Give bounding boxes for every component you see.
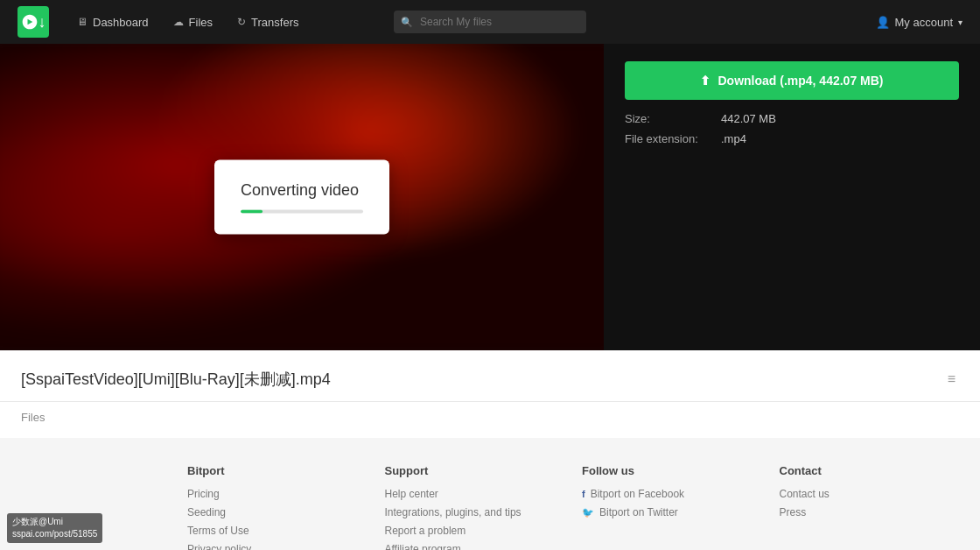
twitter-label: Bitport on Twitter (599, 506, 678, 518)
progress-track (241, 210, 363, 214)
footer-link-press[interactable]: Press (780, 506, 960, 518)
cloud-icon: ☁ (173, 16, 184, 28)
logo[interactable]: ↓ (18, 6, 49, 38)
extension-label: File extension: (625, 132, 721, 145)
video-sidebar: ⬆ Download (.mp4, 442.07 MB) Size: 442.0… (604, 44, 980, 163)
footer-link-affiliate[interactable]: Affiliate program (385, 543, 565, 550)
facebook-label: Bitport on Facebook (591, 488, 684, 500)
content-section: [SspaiTestVideo][Umi][Blu-Ray][未删减].mp4 … (0, 350, 980, 438)
footer-col-support: Support Help center Integrations, plugin… (385, 464, 565, 550)
watermark-line2: sspai.com/post/51855 (12, 528, 97, 540)
file-menu-button[interactable]: ≡ (944, 368, 959, 391)
footer: Bitport Pricing Seeding Terms of Use Pri… (0, 438, 980, 550)
footer-title-contact: Contact (780, 464, 960, 477)
size-value: 442.07 MB (721, 112, 776, 125)
search-icon: 🔍 (401, 17, 413, 28)
watermark-line1: 少数派@Umi (12, 516, 97, 528)
footer-link-report[interactable]: Report a problem (385, 525, 565, 537)
footer-title-bitport: Bitport (187, 464, 368, 477)
footer-col-social: Follow us f Bitport on Facebook 🐦 Bitpor… (582, 464, 762, 550)
file-title: [SspaiTestVideo][Umi][Blu-Ray][未删减].mp4 (21, 369, 331, 390)
file-meta: Size: 442.07 MB File extension: .mp4 (625, 112, 959, 145)
refresh-icon: ↻ (237, 16, 246, 28)
footer-link-privacy[interactable]: Privacy policy (187, 543, 368, 550)
footer-title-social: Follow us (582, 464, 762, 477)
footer-link-integrations[interactable]: Integrations, plugins, and tips (385, 506, 565, 518)
footer-link-contact-us[interactable]: Contact us (780, 488, 960, 500)
download-label: Download (.mp4, 442.07 MB) (718, 74, 883, 88)
footer-link-pricing[interactable]: Pricing (187, 488, 368, 500)
file-info-bar: [SspaiTestVideo][Umi][Blu-Ray][未删减].mp4 … (0, 350, 980, 402)
navbar: ↓ 🖥 Dashboard ☁ Files ↻ Transfers 🔍 👤 My… (0, 0, 980, 44)
twitter-icon: 🐦 (582, 507, 594, 518)
chevron-down-icon: ▾ (958, 18, 962, 27)
dashboard-icon: 🖥 (77, 16, 88, 28)
search-container: 🔍 (394, 11, 586, 33)
converting-title: Converting video (241, 181, 363, 200)
converting-overlay: Converting video (214, 160, 389, 235)
footer-title-support: Support (385, 464, 565, 477)
download-button[interactable]: ⬆ Download (.mp4, 442.07 MB) (625, 61, 959, 100)
account-label: My account (895, 16, 953, 29)
progress-fill (241, 210, 262, 214)
account-menu[interactable]: 👤 My account ▾ (876, 16, 962, 29)
footer-link-seeding[interactable]: Seeding (187, 506, 368, 518)
extension-row: File extension: .mp4 (625, 132, 959, 145)
facebook-icon: f (582, 489, 585, 499)
footer-link-help[interactable]: Help center (385, 488, 565, 500)
nav-dashboard[interactable]: 🖥 Dashboard (66, 11, 159, 34)
search-input[interactable] (394, 11, 586, 33)
size-label: Size: (625, 112, 721, 125)
nav-files[interactable]: ☁ Files (163, 11, 223, 34)
size-row: Size: 442.07 MB (625, 112, 959, 125)
watermark: 少数派@Umi sspai.com/post/51855 (7, 513, 102, 543)
footer-link-terms[interactable]: Terms of Use (187, 525, 368, 537)
video-preview: Converting video (0, 44, 604, 350)
footer-col-bitport: Bitport Pricing Seeding Terms of Use Pri… (187, 464, 368, 550)
footer-facebook[interactable]: f Bitport on Facebook (582, 488, 762, 500)
files-label: Files (0, 402, 980, 438)
nav-transfers[interactable]: ↻ Transfers (227, 11, 309, 34)
nav-links: 🖥 Dashboard ☁ Files ↻ Transfers (66, 11, 309, 34)
extension-value: .mp4 (721, 132, 746, 145)
footer-grid: Bitport Pricing Seeding Terms of Use Pri… (187, 464, 959, 550)
footer-col-contact: Contact Contact us Press (780, 464, 960, 550)
footer-twitter[interactable]: 🐦 Bitport on Twitter (582, 506, 762, 518)
video-section: Converting video ⬆ Download (.mp4, 442.0… (0, 44, 980, 350)
download-icon: ⬆ (700, 74, 710, 88)
user-icon: 👤 (876, 16, 890, 29)
